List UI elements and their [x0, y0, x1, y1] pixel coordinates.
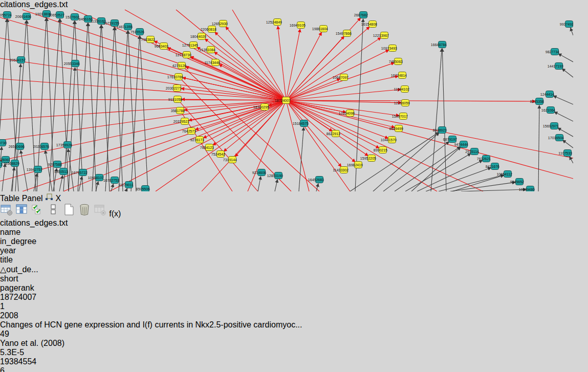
graph-node-label: 7642573 — [182, 129, 196, 133]
graph-node-label: 20302271 — [166, 86, 182, 90]
graph-node-label: 20206576 — [33, 145, 49, 148]
graph-node-label: 14417193 — [548, 64, 563, 68]
table-cell: 6 — [0, 366, 588, 372]
show-column-button[interactable] — [15, 209, 31, 218]
graph-node-label: 2935114 — [465, 150, 479, 154]
column-header-in-degree[interactable]: in_degree — [0, 237, 588, 246]
graph-node-label: 20691406 — [15, 15, 31, 18]
graph-node-label: 16154808 — [361, 23, 377, 26]
graph-node-label: 20534157 — [10, 58, 26, 62]
graph-node-label: 10899480 — [519, 188, 535, 191]
table-toolbar: ✔ ✔ — [0, 203, 588, 228]
graph-node-label: 9131058 — [168, 98, 182, 101]
column-header-year[interactable]: year — [0, 246, 588, 255]
network-window: citations_edges.txt 11075331244414135051… — [0, 0, 588, 193]
table-cell: 2008 — [0, 311, 588, 320]
graph-node-label: 20553346 — [64, 62, 80, 65]
function-builder-button[interactable]: f(x) — [109, 209, 121, 218]
graph-node-label: 10958107 — [88, 176, 104, 180]
graph-node-label: 9435061 — [0, 158, 10, 162]
graph-node-label: 11568829 — [4, 162, 19, 165]
graph-node-label: 3581788 — [171, 109, 185, 113]
table-panel-title: Table Panel — [0, 194, 43, 203]
graph-node-label: 18044020 — [190, 35, 206, 38]
graph-node-label: 12216059 — [394, 101, 410, 105]
graph-node-label: 22060818 — [201, 28, 216, 31]
graph-node-label: 12652930 — [212, 22, 228, 26]
graph-node-label: 12850190 — [267, 174, 283, 178]
column-header-short[interactable]: short — [0, 274, 588, 283]
graph-node-label: 18300295 — [253, 105, 269, 109]
table-panel: Table Panel X — [0, 193, 588, 372]
table-selector-dropdown[interactable]: citations_edges.txt — [0, 218, 588, 228]
table-cell: 1 — [0, 302, 588, 311]
delete-table-button[interactable] — [94, 209, 109, 218]
table-cell: Changes of HCN gene expression and I(f) … — [0, 320, 588, 330]
graph-node-label: 21200730 — [0, 141, 7, 145]
graph-node-label: 19013806 — [35, 12, 51, 16]
graph-node-label: 3913313 — [0, 163, 3, 166]
graph-node-label: 15184575 — [293, 122, 309, 125]
table-selector-value: citations_edges.txt — [0, 218, 68, 227]
table-row[interactable]: 1938455462009Genome-wide association stu… — [0, 357, 588, 372]
graph-node-label: 7632621 — [477, 157, 491, 161]
graph-node-label: 10654112 — [496, 172, 512, 176]
network-window-titlebar[interactable]: citations_edges.txt — [0, 0, 588, 9]
graph-node-label: 11604102 — [394, 87, 409, 91]
graph-node-label: 12718730 — [176, 53, 191, 57]
graph-node-label: 7524542 — [211, 152, 225, 156]
graph-node-label: 16648784 — [431, 43, 447, 47]
graph-node-label: 11433302 — [333, 168, 349, 172]
graph-node-label: 8471676 — [486, 165, 499, 168]
graph-node-label: 11316163 — [90, 19, 106, 23]
graph-node-label: 1244414 — [540, 93, 554, 96]
network-graph: 1107533124441413505131527602162106426876… — [0, 9, 573, 191]
float-panel-icon[interactable] — [45, 194, 55, 203]
graph-node-label: 8938923 — [433, 128, 447, 132]
graph-node-label: 8622913 — [326, 132, 340, 136]
graph-node-label: 16452683 — [308, 178, 324, 182]
graph-node-label: 1527602 — [66, 15, 79, 19]
graph-node-label: 15997017 — [392, 115, 408, 118]
graph-node-label: 17359928 — [56, 143, 72, 147]
column-header-title[interactable]: title — [0, 255, 588, 265]
column-header-name[interactable]: name — [0, 228, 588, 237]
graph-node-label: 4275126 — [172, 64, 186, 68]
graph-node-label: 21351084 — [200, 48, 215, 52]
graph-node-label: 9474444 — [454, 143, 468, 146]
graph-node-label: 16774814 — [391, 74, 407, 77]
graph-node-label: 9827734 — [546, 50, 559, 54]
delete-column-button[interactable] — [78, 209, 93, 218]
graph-node-label: 18724007 — [275, 99, 291, 102]
table-cell: 49 — [0, 330, 588, 339]
column-header-out-degree[interactable]: △out_de... — [0, 265, 588, 274]
graph-node-label: 1621064 — [541, 108, 555, 112]
window-title: citations_edges.txt — [0, 0, 588, 9]
table-panel-titlebar: Table Panel X — [0, 193, 588, 203]
network-canvas[interactable]: 1107533124441413505131527602162106426876… — [0, 9, 588, 193]
close-panel-icon[interactable]: X — [56, 194, 61, 203]
graph-node-label: 24055724 — [0, 13, 12, 17]
graph-node-label: 15952205 — [360, 157, 376, 160]
svg-text:✔: ✔ — [36, 208, 41, 215]
table-mode-button[interactable] — [0, 209, 15, 218]
select-all-button[interactable]: ✔ ✔ — [31, 209, 47, 218]
graph-node-label: 17610766 — [167, 75, 183, 79]
graph-node-label: 17016504 — [548, 136, 564, 140]
graph-node-label: 6879197 — [443, 138, 457, 141]
graph-node-label: 11179011 — [118, 183, 134, 187]
row-selector-button[interactable] — [47, 209, 62, 218]
table-header: name in_degree year title △out_de... sho… — [0, 228, 588, 293]
create-column-button[interactable] — [62, 209, 78, 218]
table-row[interactable]: 1872400712008Changes of HCN gene express… — [0, 293, 588, 357]
graph-node-label: 26510696 — [9, 145, 25, 148]
graph-node-label: 9245652 — [510, 180, 524, 184]
column-header-pagerank[interactable]: pagerank — [0, 283, 588, 293]
graph-node-label: 7515526 — [130, 30, 144, 34]
graph-node-label: 7319144 — [223, 158, 237, 162]
graph-node-label: 9276173 — [190, 138, 204, 142]
graph-node-label: 16795722 — [72, 171, 88, 174]
graph-node-label: 12204098 — [339, 112, 355, 115]
table-body: 1872400712008Changes of HCN gene express… — [0, 293, 588, 372]
sort-ascending-icon: △ — [0, 265, 6, 274]
